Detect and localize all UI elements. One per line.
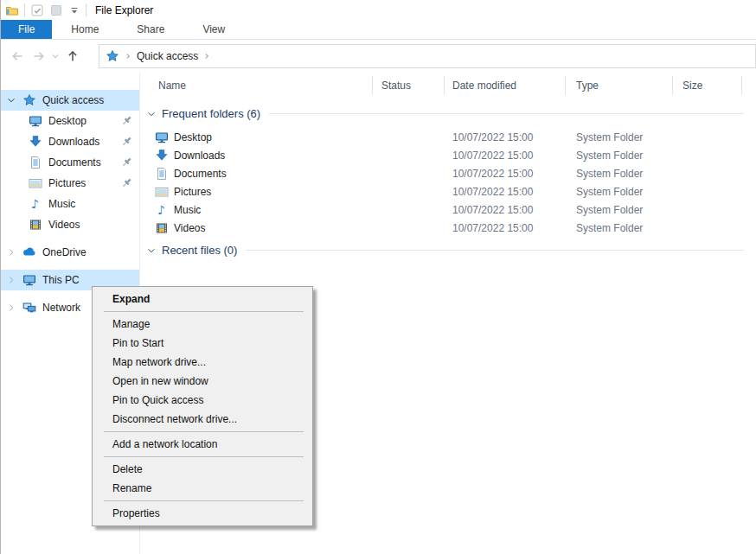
file-type: System Folder [576, 186, 643, 198]
videos-icon [155, 221, 169, 235]
file-type: System Folder [576, 168, 643, 180]
column-header-size[interactable]: Size [673, 73, 742, 99]
menu-separator [104, 500, 304, 501]
sidebar-item-label: Music [48, 198, 75, 210]
file-type: System Folder [576, 131, 643, 143]
quick-access-star-icon [22, 93, 36, 107]
file-row-downloads[interactable]: Downloads 10/07/2022 15:00 System Folder [140, 146, 756, 164]
file-name: Pictures [174, 186, 211, 198]
sidebar-item-videos[interactable]: Videos [1, 214, 139, 235]
group-header-label: Frequent folders (6) [162, 107, 260, 120]
desktop-icon [29, 114, 42, 128]
address-input[interactable]: Quick access [99, 44, 756, 68]
menu-item-map-network-drive[interactable]: Map network drive... [93, 353, 312, 372]
title-bar: File Explorer [1, 0, 756, 20]
column-header-status[interactable]: Status [373, 73, 445, 99]
file-row-documents[interactable]: Documents 10/07/2022 15:00 System Folder [140, 164, 756, 182]
window-title: File Explorer [95, 4, 153, 16]
column-header-row: Name Status Date modified Type Size [140, 73, 756, 99]
menu-separator [104, 431, 304, 432]
sidebar-item-documents[interactable]: Documents [1, 152, 139, 173]
pictures-icon [155, 185, 169, 199]
file-row-videos[interactable]: Videos 10/07/2022 15:00 System Folder [140, 219, 756, 237]
sidebar-item-label: Downloads [48, 136, 99, 148]
file-type: System Folder [576, 204, 643, 216]
menu-item-rename[interactable]: Rename [93, 479, 312, 498]
chevron-right-icon[interactable] [6, 247, 16, 258]
chevron-right-icon[interactable] [6, 275, 16, 285]
qat-new-folder-icon[interactable] [49, 3, 63, 17]
address-bar: Quick access [1, 40, 756, 73]
svg-text:♪: ♪ [31, 197, 39, 211]
breadcrumb-chevron-icon[interactable] [202, 52, 211, 60]
file-name: Desktop [174, 131, 212, 143]
sidebar-item-pictures[interactable]: Pictures [1, 173, 139, 194]
file-row-pictures[interactable]: Pictures 10/07/2022 15:00 System Folder [140, 182, 756, 201]
tab-view[interactable]: View [183, 20, 244, 39]
menu-item-pin-to-start[interactable]: Pin to Start [93, 334, 312, 353]
sidebar-item-music[interactable]: ♪ Music [1, 194, 139, 214]
downloads-icon [155, 149, 169, 162]
sidebar-item-label: OneDrive [42, 246, 86, 258]
onedrive-cloud-icon [22, 245, 36, 259]
up-arrow-icon [66, 49, 80, 63]
tab-file[interactable]: File [1, 20, 52, 39]
menu-separator [104, 311, 304, 312]
breadcrumb-chevron-icon[interactable] [124, 52, 132, 60]
column-header-name[interactable]: Name [140, 73, 373, 99]
group-header-recent-files[interactable]: Recent files (0) [140, 244, 756, 257]
this-pc-context-menu: Expand Manage Pin to Start Map network d… [92, 286, 313, 526]
group-header-frequent-folders[interactable]: Frequent folders (6) [140, 107, 756, 120]
customize-quick-access-toolbar-icon[interactable] [68, 4, 80, 16]
menu-item-open-in-new-window[interactable]: Open in new window [93, 372, 312, 391]
chevron-down-icon[interactable] [146, 109, 157, 119]
sidebar-item-label: Pictures [48, 177, 86, 189]
titlebar-separator [24, 3, 25, 16]
group-header-label: Recent files (0) [162, 244, 237, 257]
menu-item-delete[interactable]: Delete [93, 460, 312, 479]
menu-separator [104, 456, 304, 457]
breadcrumb-location[interactable]: Quick access [137, 50, 198, 62]
group-header-rule [246, 250, 744, 251]
menu-item-expand[interactable]: Expand [93, 290, 312, 309]
tab-home[interactable]: Home [52, 20, 118, 39]
sidebar-item-downloads[interactable]: Downloads [1, 131, 139, 152]
forward-button[interactable] [28, 46, 49, 67]
pin-icon [120, 156, 133, 169]
music-icon: ♪ [155, 203, 169, 217]
pictures-icon [29, 176, 42, 190]
chevron-right-icon[interactable] [6, 302, 16, 313]
sidebar-item-quick-access[interactable]: Quick access [1, 90, 139, 111]
qat-properties-check-icon[interactable] [30, 3, 44, 17]
menu-item-pin-to-quick-access[interactable]: Pin to Quick access [93, 391, 312, 410]
music-icon: ♪ [29, 197, 42, 211]
up-button[interactable] [61, 46, 83, 67]
downloads-icon [29, 135, 42, 149]
back-button[interactable] [6, 46, 28, 67]
recent-locations-button[interactable] [49, 46, 61, 67]
pin-icon [120, 114, 133, 127]
file-type: System Folder [576, 222, 643, 234]
column-header-date-modified[interactable]: Date modified [445, 73, 566, 99]
chevron-down-icon[interactable] [146, 245, 157, 256]
menu-item-add-a-network-location[interactable]: Add a network location [93, 435, 312, 454]
file-row-music[interactable]: ♪ Music 10/07/2022 15:00 System Folder [140, 201, 756, 219]
back-arrow-icon [10, 49, 24, 63]
file-date-modified: 10/07/2022 15:00 [452, 150, 533, 162]
sidebar-item-label: Quick access [42, 94, 104, 106]
file-name: Documents [174, 168, 227, 180]
file-date-modified: 10/07/2022 15:00 [452, 204, 533, 216]
sidebar-item-desktop[interactable]: Desktop [1, 111, 139, 131]
sidebar-item-onedrive[interactable]: OneDrive [1, 242, 139, 263]
chevron-down-icon[interactable] [6, 95, 16, 105]
file-name: Downloads [174, 150, 225, 162]
column-header-type[interactable]: Type [566, 73, 673, 99]
menu-item-properties[interactable]: Properties [93, 504, 312, 523]
navigation-buttons [6, 40, 83, 73]
menu-item-manage[interactable]: Manage [93, 315, 312, 334]
forward-arrow-icon [32, 49, 46, 63]
file-date-modified: 10/07/2022 15:00 [452, 186, 533, 198]
tab-share[interactable]: Share [118, 20, 183, 39]
menu-item-disconnect-network-drive[interactable]: Disconnect network drive... [93, 410, 312, 429]
file-row-desktop[interactable]: Desktop 10/07/2022 15:00 System Folder [140, 128, 756, 146]
